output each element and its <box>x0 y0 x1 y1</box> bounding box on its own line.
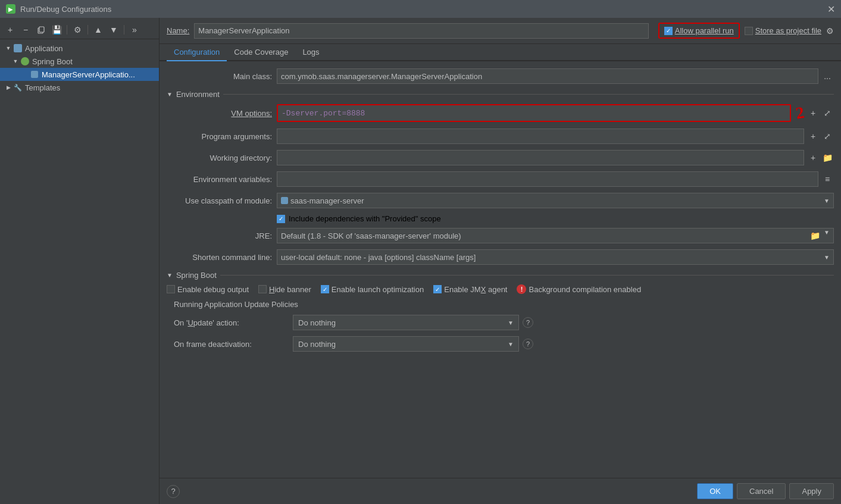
policies-title: Running Application Update Policies <box>174 300 834 309</box>
module-label: saas-manager-server <box>290 196 364 205</box>
policies-section: Running Application Update Policies On '… <box>174 300 834 352</box>
env-vars-browse[interactable]: ≡ <box>821 173 834 186</box>
app-icon: ▶ <box>6 4 15 14</box>
module-dropdown[interactable]: saas-manager-server ▼ <box>277 193 834 208</box>
bottom-bar: ? OK Cancel Apply <box>160 478 841 504</box>
jre-browse[interactable]: 📁 <box>808 229 821 242</box>
help-button[interactable]: ? <box>167 485 180 498</box>
working-dir-browse[interactable]: 📁 <box>821 151 834 164</box>
application-label: Application <box>25 44 63 53</box>
right-panel: Name: Allow parallel run Store as projec… <box>160 18 841 504</box>
launch-optimization-option: Enable launch optimization <box>321 285 424 294</box>
apply-button[interactable]: Apply <box>789 483 834 499</box>
store-project-checkbox[interactable] <box>745 27 753 35</box>
cancel-button[interactable]: Cancel <box>737 483 786 499</box>
springboot-label: Spring Boot <box>32 57 73 66</box>
on-frame-label: On frame deactivation: <box>174 340 293 349</box>
background-compilation-label: Background compilation enabled <box>529 285 641 294</box>
store-project-container: Store as project file <box>745 26 821 35</box>
main-class-input[interactable] <box>277 68 818 84</box>
include-deps-checkbox[interactable] <box>277 215 285 223</box>
program-args-label: Program arguments: <box>167 132 277 141</box>
left-panel: + − 💾 ⚙ ▲ ▼ » ▼ <box>0 18 160 504</box>
error-icon: ! <box>517 284 526 294</box>
environment-title: Environment <box>176 90 220 99</box>
hide-banner-option: HHide banneride banner <box>258 285 311 294</box>
main-content: + − 💾 ⚙ ▲ ▼ » ▼ <box>0 18 841 504</box>
svg-rect-1 <box>39 27 44 32</box>
bottom-buttons: OK Cancel Apply <box>697 483 834 499</box>
tab-code-coverage[interactable]: Code Coverage <box>227 44 295 61</box>
more-button[interactable]: » <box>128 23 141 36</box>
on-frame-value: Do nothing <box>298 340 336 349</box>
shorten-cmd-value: user-local default: none - java [options… <box>281 253 476 262</box>
store-settings-button[interactable]: ⚙ <box>826 26 834 36</box>
vm-options-row: VM options: 2 + ⤢ <box>167 104 834 123</box>
move-down-button[interactable]: ▼ <box>107 23 120 36</box>
vm-options-expand-button[interactable]: + <box>806 107 820 120</box>
hide-banner-checkbox[interactable] <box>258 285 267 293</box>
program-args-fullscreen[interactable]: ⤢ <box>821 130 834 143</box>
working-dir-actions: + 📁 <box>806 151 834 164</box>
on-update-label: On 'Update' action: <box>174 318 293 327</box>
jre-dropdown-buttons: 📁 ▼ <box>808 229 830 242</box>
sidebar-item-templates[interactable]: ▶ 🔧 Templates <box>0 81 159 94</box>
on-update-row: On 'Update' action: Do nothing ▼ ? <box>174 315 834 330</box>
arrow-application: ▼ <box>5 45 12 52</box>
vm-options-container: 2 <box>277 104 804 123</box>
launch-optimization-checkbox[interactable] <box>321 285 329 293</box>
tabs-bar: Configuration Code Coverage Logs <box>160 44 841 61</box>
debug-output-option: Enable debug output <box>167 285 249 294</box>
program-args-expand[interactable]: + <box>806 130 820 143</box>
tab-logs[interactable]: Logs <box>295 44 326 61</box>
sidebar-item-springboot[interactable]: ▼ Spring Boot <box>0 55 159 68</box>
templates-icon: 🔧 <box>13 83 23 92</box>
allow-parallel-checkbox[interactable] <box>664 27 673 35</box>
program-args-input[interactable] <box>277 129 804 144</box>
left-toolbar: + − 💾 ⚙ ▲ ▼ » <box>0 21 159 39</box>
move-up-button[interactable]: ▲ <box>92 23 105 36</box>
on-frame-arrow: ▼ <box>508 341 514 348</box>
working-dir-expand[interactable]: + <box>806 151 820 164</box>
tab-configuration[interactable]: Configuration <box>167 44 227 61</box>
on-update-dropdown[interactable]: Do nothing ▼ <box>293 315 519 330</box>
on-update-help[interactable]: ? <box>523 317 533 328</box>
jre-row: JRE: Default (1.8 - SDK of 'saas-manager… <box>167 228 834 243</box>
working-dir-input[interactable] <box>277 150 804 165</box>
dialog-title: Run/Debug Configurations <box>20 5 835 14</box>
close-button[interactable]: ✕ <box>827 4 835 15</box>
sidebar-item-manager-server[interactable]: ▶ ManagerServerApplicatio... <box>0 68 159 81</box>
config-body: Main class: ... ▼ Environment VM options… <box>160 61 841 478</box>
config-header: Name: Allow parallel run Store as projec… <box>160 18 841 44</box>
jmx-agent-checkbox[interactable] <box>433 285 442 293</box>
copy-config-button[interactable] <box>35 23 48 36</box>
working-dir-label: Working directory: <box>167 154 277 162</box>
toolbar-separator <box>67 25 67 35</box>
launch-optimization-label: Enable launch optimization <box>332 285 424 294</box>
debug-output-checkbox[interactable] <box>167 285 175 293</box>
jre-dropdown[interactable]: Default (1.8 - SDK of 'saas-manager-serv… <box>277 228 834 243</box>
shorten-cmd-dropdown[interactable]: user-local default: none - java [options… <box>277 249 834 265</box>
copy-icon <box>37 26 45 34</box>
module-dropdown-arrow: ▼ <box>824 198 830 204</box>
on-frame-help[interactable]: ? <box>523 339 533 349</box>
ok-button[interactable]: OK <box>697 483 733 499</box>
sidebar-item-application[interactable]: ▼ Application <box>0 42 159 55</box>
vm-options-input[interactable] <box>278 105 790 121</box>
save-config-button[interactable]: 💾 <box>50 23 63 36</box>
add-config-button[interactable]: + <box>4 23 17 36</box>
springboot-arrow[interactable]: ▼ <box>167 272 173 278</box>
remove-config-button[interactable]: − <box>19 23 32 36</box>
springboot-icon <box>20 57 30 66</box>
vm-options-fullscreen-button[interactable]: ⤢ <box>821 107 834 120</box>
include-deps-label: Include dependencies with "Provided" sco… <box>289 214 441 223</box>
environment-line <box>223 94 834 95</box>
env-vars-input[interactable] <box>277 171 818 187</box>
main-class-browse-button[interactable]: ... <box>821 70 834 83</box>
arrow-templates: ▶ <box>5 84 12 91</box>
name-input[interactable] <box>194 23 648 39</box>
title-bar: ▶ Run/Debug Configurations ✕ <box>0 0 841 18</box>
on-frame-dropdown[interactable]: Do nothing ▼ <box>293 336 519 352</box>
environment-arrow[interactable]: ▼ <box>167 91 173 98</box>
settings-button[interactable]: ⚙ <box>71 23 84 36</box>
